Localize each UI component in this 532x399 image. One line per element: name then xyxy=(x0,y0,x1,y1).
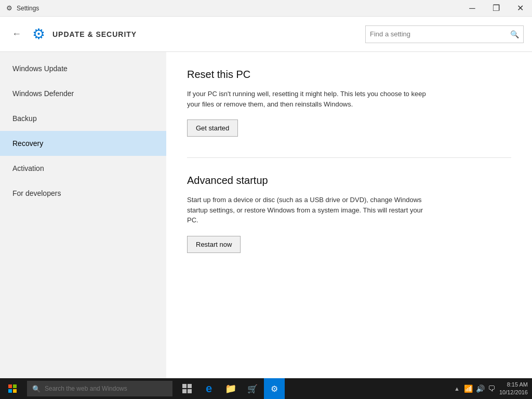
sidebar-label-backup: Backup xyxy=(12,114,37,123)
header: ← ⚙ UPDATE & SECURITY 🔍 xyxy=(0,17,532,52)
start-button[interactable] xyxy=(0,378,25,399)
clock-date: 10/12/2016 xyxy=(499,389,528,396)
show-hidden-icons-button[interactable]: ▲ xyxy=(454,385,460,392)
reset-pc-title: Reset this PC xyxy=(187,69,511,81)
search-box: 🔍 xyxy=(365,25,524,43)
header-title: UPDATE & SECURITY xyxy=(52,30,137,38)
store-button[interactable]: 🛒 xyxy=(242,378,263,399)
header-left: ← ⚙ UPDATE & SECURITY xyxy=(8,25,137,43)
windows-logo-icon xyxy=(8,384,17,393)
header-gear-icon: ⚙ xyxy=(32,25,45,43)
title-bar-text: Settings xyxy=(17,5,39,12)
title-bar-left: ⚙ Settings xyxy=(6,4,39,12)
taskbar-app-icons: e 📁 🛒 ⚙ xyxy=(177,378,285,399)
sidebar-item-recovery[interactable]: Recovery xyxy=(0,131,166,156)
restart-now-button[interactable]: Restart now xyxy=(187,236,241,253)
network-icon[interactable]: 📶 xyxy=(464,384,473,393)
search-icon: 🔍 xyxy=(510,30,519,38)
advanced-startup-title: Advanced startup xyxy=(187,175,511,187)
taskbar-search-box: 🔍 xyxy=(27,381,172,396)
sidebar-label-windows-update: Windows Update xyxy=(12,64,68,73)
back-button[interactable]: ← xyxy=(8,26,25,43)
content-area: Reset this PC If your PC isn't running w… xyxy=(166,52,532,378)
title-bar-controls: ─ ❐ ✕ xyxy=(460,0,532,17)
clock-time: 8:15 AM xyxy=(499,381,528,389)
title-bar: ⚙ Settings ─ ❐ ✕ xyxy=(0,0,532,17)
svg-rect-0 xyxy=(182,384,187,388)
taskbar: 🔍 e 📁 🛒 ⚙ ▲ 📶 🔊 🗨 8:15 AM 10/12/2016 xyxy=(0,378,532,399)
advanced-startup-description: Start up from a device or disc (such as … xyxy=(187,195,426,225)
main-layout: Windows Update Windows Defender Backup R… xyxy=(0,52,532,378)
close-button[interactable]: ✕ xyxy=(508,0,532,17)
file-explorer-button[interactable]: 📁 xyxy=(220,378,241,399)
minimize-button[interactable]: ─ xyxy=(460,0,484,17)
notifications-icon[interactable]: 🗨 xyxy=(488,384,495,393)
find-setting-input[interactable] xyxy=(370,30,510,38)
sidebar-item-activation[interactable]: Activation xyxy=(0,156,166,181)
sidebar-label-windows-defender: Windows Defender xyxy=(12,89,74,98)
system-tray-icons: 📶 🔊 🗨 xyxy=(464,384,495,393)
sidebar-item-backup[interactable]: Backup xyxy=(0,106,166,131)
settings-taskbar-icon: ⚙ xyxy=(271,384,278,394)
sidebar-label-activation: Activation xyxy=(12,164,44,172)
section-divider xyxy=(187,157,511,158)
sidebar-item-windows-defender[interactable]: Windows Defender xyxy=(0,81,166,106)
taskbar-right: ▲ 📶 🔊 🗨 8:15 AM 10/12/2016 xyxy=(454,381,532,397)
taskbar-clock[interactable]: 8:15 AM 10/12/2016 xyxy=(499,381,528,397)
sidebar: Windows Update Windows Defender Backup R… xyxy=(0,52,166,378)
taskbar-search-input[interactable] xyxy=(45,385,167,392)
maximize-button[interactable]: ❐ xyxy=(484,0,508,17)
sidebar-label-recovery: Recovery xyxy=(12,139,43,148)
reset-pc-description: If your PC isn't running well, resetting… xyxy=(187,89,426,109)
edge-browser-button[interactable]: e xyxy=(198,378,219,399)
settings-taskbar-button[interactable]: ⚙ xyxy=(264,378,285,399)
svg-rect-3 xyxy=(188,389,192,393)
sidebar-item-windows-update[interactable]: Windows Update xyxy=(0,56,166,81)
volume-icon[interactable]: 🔊 xyxy=(476,384,485,393)
settings-title-icon: ⚙ xyxy=(6,4,12,12)
sidebar-label-for-developers: For developers xyxy=(12,189,61,197)
svg-rect-1 xyxy=(188,384,192,388)
sidebar-item-for-developers[interactable]: For developers xyxy=(0,181,166,206)
get-started-button[interactable]: Get started xyxy=(187,119,238,137)
task-view-button[interactable] xyxy=(177,378,197,399)
svg-rect-2 xyxy=(182,389,187,393)
taskbar-search-icon: 🔍 xyxy=(32,385,41,393)
